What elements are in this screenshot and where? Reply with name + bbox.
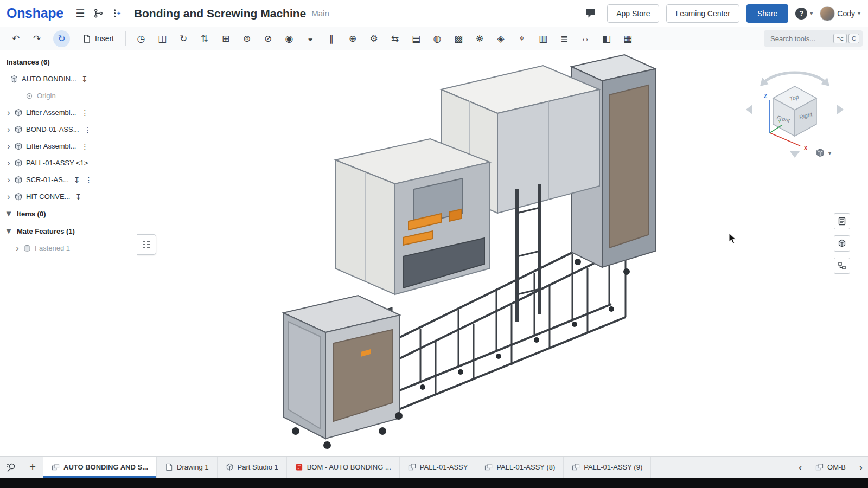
instance-row[interactable]: › PALL-01-ASSY <1>: [0, 155, 137, 171]
undo-icon[interactable]: ↶: [5, 29, 26, 48]
app-header: Onshape ☰ Bonding and Screwing Machine M…: [0, 0, 868, 27]
document-menu-icon[interactable]: ☰: [71, 4, 90, 23]
chevron-down-icon[interactable]: ▾: [4, 209, 13, 218]
tab-pall-01-assy-8[interactable]: PALL-01-ASSY (8): [476, 457, 564, 478]
chevron-right-icon[interactable]: ›: [4, 125, 13, 134]
instance-row-root[interactable]: AUTO BONDIN... ↧: [0, 70, 137, 87]
learning-center-button[interactable]: Learning Center: [666, 4, 739, 23]
redo-icon[interactable]: ↷: [27, 29, 47, 48]
tab-label: BOM - AUTO BONDING ...: [307, 463, 391, 471]
new-tab-button[interactable]: +: [22, 457, 43, 478]
graphics-canvas[interactable]: Top Front Right Z X Y ▾: [137, 50, 868, 456]
parallel-mate-icon[interactable]: ∥: [321, 29, 342, 48]
gear-relation-icon[interactable]: ☸: [469, 29, 490, 48]
instance-label: SCR-01-AS...: [26, 176, 69, 184]
mate-feature-row[interactable]: › Fastened 1: [0, 240, 137, 256]
mate-icon[interactable]: ◷: [131, 29, 151, 48]
measure-icon[interactable]: ↔: [575, 29, 596, 48]
unit-front-cabinet[interactable]: [283, 296, 403, 449]
help-menu[interactable]: ? ▾: [795, 8, 813, 20]
cylindrical-mate-icon[interactable]: ⊚: [237, 29, 257, 48]
explode-icon[interactable]: ◈: [490, 29, 511, 48]
y-axis: [770, 125, 782, 133]
instance-row[interactable]: › BOND-01-ASS... ⋮: [0, 121, 137, 138]
tab-pall-01-assy[interactable]: PALL-01-ASSY: [400, 457, 477, 478]
bom-icon[interactable]: ▦: [617, 29, 638, 48]
instance-row[interactable]: › SCR-01-AS... ↧ ⋮: [0, 171, 137, 188]
avatar[interactable]: [820, 6, 835, 21]
scroll-tabs-right-icon[interactable]: ›: [854, 457, 868, 478]
origin-row[interactable]: Origin: [0, 87, 137, 104]
view-options-menu[interactable]: ▾: [815, 148, 831, 158]
onshape-logo[interactable]: Onshape: [7, 5, 63, 21]
rotate-arc-icon[interactable]: [764, 73, 825, 82]
shortcut-key-c: C: [848, 34, 859, 43]
pan-left-icon[interactable]: [746, 105, 752, 114]
tab-bom-pdf[interactable]: BOM - AUTO BONDING ...: [287, 457, 400, 478]
search-tools-input[interactable]: [769, 34, 832, 43]
user-menu[interactable]: Cody ▾: [820, 6, 860, 21]
structure-panel-icon[interactable]: [834, 258, 850, 274]
tab-pall-01-assy-9[interactable]: PALL-01-ASSY (9): [564, 457, 651, 478]
tab-om-b-clipped[interactable]: OM-B: [807, 457, 854, 478]
pan-down-icon[interactable]: [790, 151, 800, 158]
instance-row[interactable]: › Lifter Assembl... ⋮: [0, 138, 137, 155]
tabbar-spacer: [651, 457, 793, 478]
chevron-down-icon[interactable]: ▾: [4, 227, 13, 235]
pattern-icon[interactable]: ▩: [448, 29, 469, 48]
section-view-icon[interactable]: ◧: [596, 29, 617, 48]
chevron-right-icon[interactable]: ›: [4, 142, 13, 151]
casters: [382, 306, 614, 405]
chevron-right-icon[interactable]: ›: [4, 176, 13, 184]
mate-connector-icon[interactable]: ⊕: [342, 29, 363, 48]
chevron-right-icon[interactable]: ›: [13, 244, 22, 253]
revolute-mate-icon[interactable]: ↻: [173, 29, 194, 48]
chevron-right-icon[interactable]: ›: [4, 192, 13, 201]
assembly-icon: [14, 125, 23, 134]
comment-icon[interactable]: [582, 4, 600, 23]
assembly-tab-icon: [408, 463, 416, 471]
document-panel-icon[interactable]: [834, 213, 850, 229]
pin-slot-mate-icon[interactable]: ⊘: [258, 29, 278, 48]
share-button[interactable]: Share: [746, 4, 788, 23]
snap-mode-icon[interactable]: ⌖: [512, 29, 532, 48]
planar-mate-icon[interactable]: ⊞: [215, 29, 236, 48]
named-positions-icon[interactable]: ≣: [554, 29, 575, 48]
slider-mate-icon[interactable]: ⇅: [194, 29, 215, 48]
app-store-button[interactable]: App Store: [607, 4, 659, 23]
pan-right-icon[interactable]: [837, 105, 844, 114]
mate-relation-icon[interactable]: ⚙: [363, 29, 384, 48]
group-icon[interactable]: ◫: [152, 29, 173, 48]
ball-mate-icon[interactable]: ◉: [279, 29, 299, 48]
scroll-tabs-left-icon[interactable]: ‹: [793, 457, 807, 478]
tab-label: PALL-01-ASSY: [420, 463, 468, 471]
display-states-icon[interactable]: ▥: [533, 29, 553, 48]
update-rotate-icon[interactable]: ↻: [53, 30, 70, 47]
search-tabs-icon[interactable]: [0, 457, 22, 478]
tab-part-studio-1[interactable]: Part Studio 1: [218, 457, 287, 478]
view-cube[interactable]: Top Front Right Z X Y: [746, 57, 844, 160]
origin-icon: [25, 92, 34, 100]
instances-panel-toggle[interactable]: [137, 234, 156, 255]
create-version-icon[interactable]: [108, 4, 126, 23]
insert-button[interactable]: Insert: [76, 29, 120, 48]
appearance-panel-icon[interactable]: [834, 235, 850, 252]
linear-pattern-icon[interactable]: ▤: [406, 29, 426, 48]
tab-assembly-main[interactable]: AUTO BONDING AND S...: [43, 457, 157, 478]
tab-drawing-1[interactable]: Drawing 1: [157, 457, 218, 478]
items-section-header[interactable]: ▾ Items (0): [0, 205, 137, 222]
versions-history-icon[interactable]: [90, 4, 108, 23]
search-tools-box[interactable]: ⌥ C: [764, 30, 863, 47]
caret-down-icon: ▾: [828, 150, 831, 156]
chevron-right-icon[interactable]: ›: [4, 159, 13, 168]
mate-features-section-header[interactable]: ▾ Mate Features (1): [0, 222, 137, 240]
tangent-mate-icon[interactable]: ◒: [300, 29, 321, 48]
replicate-icon[interactable]: ⇆: [385, 29, 405, 48]
instance-row[interactable]: › Lifter Assembl... ⋮: [0, 104, 137, 121]
circular-pattern-icon[interactable]: ◍: [427, 29, 448, 48]
instance-row[interactable]: › HIT CONVE... ↧: [0, 188, 137, 205]
chevron-right-icon[interactable]: ›: [4, 108, 13, 117]
insert-label: Insert: [95, 34, 114, 43]
unit-bonding-enclosure[interactable]: [335, 139, 490, 294]
help-icon[interactable]: ?: [795, 8, 807, 20]
